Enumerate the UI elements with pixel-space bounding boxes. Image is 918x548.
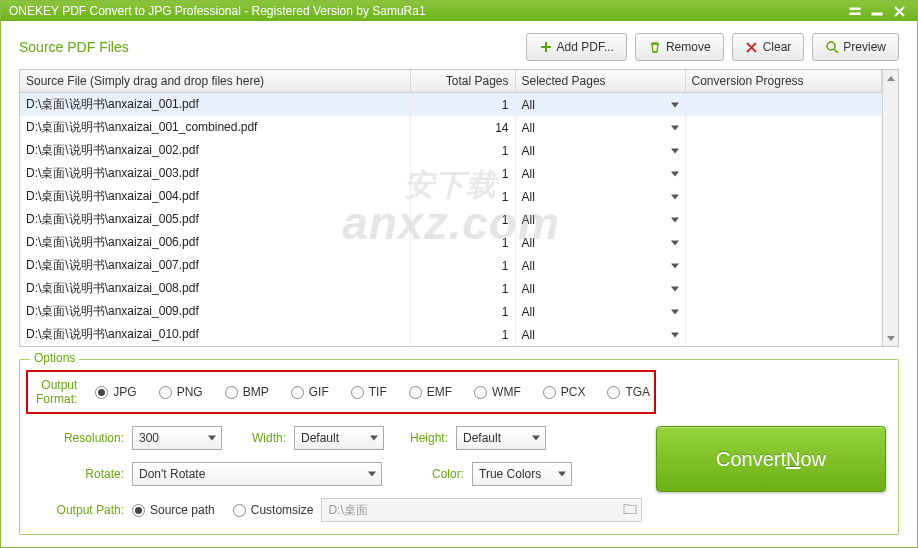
col-selected-pages[interactable]: Selected Pages — [515, 70, 685, 93]
format-radio-pcx[interactable]: PCX — [543, 385, 586, 399]
scrollbar[interactable] — [882, 70, 898, 346]
table-row[interactable]: D:\桌面\说明书\anxaizai_006.pdf1All — [20, 231, 882, 254]
svg-rect-2 — [872, 13, 882, 15]
cell-file: D:\桌面\说明书\anxaizai_004.pdf — [20, 185, 410, 208]
cell-selected[interactable]: All — [515, 139, 685, 162]
table-row[interactable]: D:\桌面\说明书\anxaizai_005.pdf1All — [20, 208, 882, 231]
format-radio-tga[interactable]: TGA — [607, 385, 650, 399]
output-format-highlight: Output Format: JPGPNGBMPGIFTIFEMFWMFPCXT… — [26, 370, 656, 414]
add-pdf-button[interactable]: Add PDF... — [526, 33, 627, 61]
preview-button[interactable]: Preview — [812, 33, 899, 61]
format-radio-emf[interactable]: EMF — [409, 385, 452, 399]
cell-progress — [685, 116, 882, 139]
preview-label: Preview — [843, 40, 886, 54]
table-row[interactable]: D:\桌面\说明书\anxaizai_009.pdf1All — [20, 300, 882, 323]
caret-icon — [671, 125, 679, 130]
caret-icon — [558, 472, 566, 477]
menu-button[interactable] — [845, 2, 865, 20]
table-row[interactable]: D:\桌面\说明书\anxaizai_001.pdf1All — [20, 93, 882, 117]
output-format-label: Output Format: — [36, 378, 85, 406]
caret-icon — [671, 102, 679, 107]
convert-now-button[interactable]: Convert Now — [656, 426, 886, 492]
table-row[interactable]: D:\桌面\说明书\anxaizai_007.pdf1All — [20, 254, 882, 277]
height-combo[interactable]: Default — [456, 426, 546, 450]
cell-progress — [685, 231, 882, 254]
caret-icon — [671, 194, 679, 199]
radio-icon — [351, 386, 364, 399]
radio-icon — [225, 386, 238, 399]
cell-selected[interactable]: All — [515, 208, 685, 231]
add-pdf-label: Add PDF... — [557, 40, 614, 54]
cell-selected[interactable]: All — [515, 116, 685, 139]
cell-selected[interactable]: All — [515, 277, 685, 300]
table-row[interactable]: D:\桌面\说明书\anxaizai_002.pdf1All — [20, 139, 882, 162]
cell-progress — [685, 93, 882, 117]
caret-icon — [671, 263, 679, 268]
source-path-radio[interactable]: Source path — [132, 503, 215, 517]
cell-pages: 1 — [410, 162, 515, 185]
table-row[interactable]: D:\桌面\说明书\anxaizai_004.pdf1All — [20, 185, 882, 208]
radio-icon — [543, 386, 556, 399]
cell-selected[interactable]: All — [515, 162, 685, 185]
remove-button[interactable]: Remove — [635, 33, 724, 61]
cell-pages: 1 — [410, 277, 515, 300]
scroll-track[interactable] — [883, 86, 898, 330]
radio-icon — [159, 386, 172, 399]
color-combo[interactable]: True Colors — [472, 462, 572, 486]
width-label: Width: — [222, 431, 294, 445]
radio-icon — [291, 386, 304, 399]
radio-icon — [233, 504, 246, 517]
app-window: ONEKEY PDF Convert to JPG Professional -… — [0, 0, 918, 548]
format-radio-jpg[interactable]: JPG — [95, 385, 136, 399]
caret-icon — [532, 436, 540, 441]
scroll-up-icon[interactable] — [883, 70, 898, 86]
caret-icon — [671, 240, 679, 245]
col-source-file[interactable]: Source File (Simply drag and drop files … — [20, 70, 410, 93]
col-total-pages[interactable]: Total Pages — [410, 70, 515, 93]
cell-selected[interactable]: All — [515, 231, 685, 254]
caret-icon — [671, 148, 679, 153]
resolution-combo[interactable]: 300 — [132, 426, 222, 450]
format-radio-png[interactable]: PNG — [159, 385, 203, 399]
cell-selected[interactable]: All — [515, 323, 685, 346]
height-label: Height: — [384, 431, 456, 445]
resolution-label: Resolution: — [32, 431, 132, 445]
minimize-button[interactable] — [867, 2, 887, 20]
file-table: Source File (Simply drag and drop files … — [19, 69, 899, 347]
folder-icon[interactable] — [623, 503, 637, 518]
cell-pages: 1 — [410, 139, 515, 162]
caret-icon — [208, 436, 216, 441]
cell-pages: 1 — [410, 208, 515, 231]
scroll-down-icon[interactable] — [883, 330, 898, 346]
col-conversion-progress[interactable]: Conversion Progress — [685, 70, 882, 93]
table-row[interactable]: D:\桌面\说明书\anxaizai_008.pdf1All — [20, 277, 882, 300]
output-path-input[interactable]: D:\桌面 — [321, 498, 642, 522]
cell-selected[interactable]: All — [515, 254, 685, 277]
format-radio-wmf[interactable]: WMF — [474, 385, 521, 399]
clear-button[interactable]: Clear — [732, 33, 805, 61]
format-radio-gif[interactable]: GIF — [291, 385, 329, 399]
format-radio-bmp[interactable]: BMP — [225, 385, 269, 399]
custom-path-radio[interactable]: Customsize — [233, 503, 314, 517]
table-row[interactable]: D:\桌面\说明书\anxaizai_010.pdf1All — [20, 323, 882, 346]
cell-selected[interactable]: All — [515, 185, 685, 208]
rotate-combo[interactable]: Don't Rotate — [132, 462, 382, 486]
radio-icon — [474, 386, 487, 399]
caret-icon — [368, 472, 376, 477]
cell-file: D:\桌面\说明书\anxaizai_010.pdf — [20, 323, 410, 346]
cell-file: D:\桌面\说明书\anxaizai_006.pdf — [20, 231, 410, 254]
table-row[interactable]: D:\桌面\说明书\anxaizai_003.pdf1All — [20, 162, 882, 185]
options-panel: Options Output Format: JPGPNGBMPGIFTIFEM… — [19, 359, 899, 535]
table-row[interactable]: D:\桌面\说明书\anxaizai_001_combined.pdf14All — [20, 116, 882, 139]
cell-file: D:\桌面\说明书\anxaizai_002.pdf — [20, 139, 410, 162]
cell-file: D:\桌面\说明书\anxaizai_007.pdf — [20, 254, 410, 277]
cell-selected[interactable]: All — [515, 93, 685, 117]
close-button[interactable] — [889, 2, 909, 20]
titlebar: ONEKEY PDF Convert to JPG Professional -… — [1, 1, 917, 21]
window-title: ONEKEY PDF Convert to JPG Professional -… — [9, 4, 843, 18]
cell-selected[interactable]: All — [515, 300, 685, 323]
width-combo[interactable]: Default — [294, 426, 384, 450]
cell-progress — [685, 277, 882, 300]
remove-label: Remove — [666, 40, 711, 54]
format-radio-tif[interactable]: TIF — [351, 385, 387, 399]
